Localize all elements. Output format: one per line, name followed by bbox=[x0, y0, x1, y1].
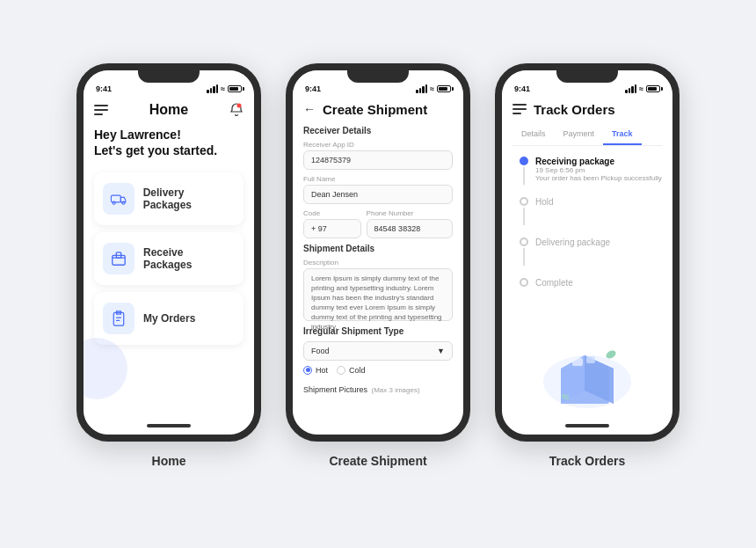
phone-shipment-container: 9:41 ≈ ← Create Shipment bbox=[286, 63, 470, 468]
track-content: Track Orders Details Payment Track bbox=[502, 97, 672, 288]
timeline-dot-empty-4 bbox=[520, 278, 528, 287]
my-orders-label: My Orders bbox=[143, 312, 195, 325]
timeline-title-3: Delivering package bbox=[535, 237, 662, 247]
code-field: Code + 97 bbox=[303, 209, 361, 244]
receive-packages-label: Receive Packages bbox=[143, 246, 235, 271]
radio-cold-label: Cold bbox=[349, 366, 366, 375]
phone-input[interactable]: 84548 38328 bbox=[367, 219, 453, 238]
radio-hot-circle bbox=[303, 366, 312, 375]
status-time-2: 9:41 bbox=[305, 84, 321, 93]
app-id-label: Receiver App ID bbox=[303, 141, 453, 149]
code-input[interactable]: + 97 bbox=[303, 219, 361, 238]
tab-track[interactable]: Track bbox=[603, 126, 642, 145]
greeting-line1: Hey Lawrence! bbox=[94, 127, 244, 142]
pictures-label: Shipment Pictures bbox=[303, 385, 367, 394]
home-header: Home bbox=[94, 97, 244, 127]
timeline-title-4: Complete bbox=[535, 278, 662, 288]
tab-details[interactable]: Details bbox=[512, 126, 555, 145]
back-arrow-icon[interactable]: ← bbox=[303, 102, 316, 116]
bell-icon[interactable] bbox=[229, 103, 244, 117]
hamburger-icon-3[interactable] bbox=[512, 104, 527, 114]
truck-icon bbox=[103, 183, 134, 215]
delivery-packages-label: Delivery Packages bbox=[143, 186, 235, 211]
status-icons: ≈ bbox=[207, 84, 242, 93]
shipment-title: Create Shipment bbox=[323, 102, 427, 117]
svg-point-2 bbox=[113, 201, 115, 204]
track-title: Track Orders bbox=[534, 102, 615, 117]
package-icon bbox=[103, 243, 134, 274]
timeline-title-1: Receiving package bbox=[535, 157, 662, 166]
radio-hot[interactable]: Hot bbox=[303, 366, 328, 375]
phone-track: 9:41 ≈ Track Orders bbox=[495, 63, 680, 442]
blob-decoration bbox=[543, 355, 631, 408]
shipment-phone-label: Create Shipment bbox=[329, 454, 426, 468]
radio-cold[interactable]: Cold bbox=[337, 366, 366, 375]
menu-item-orders[interactable]: My Orders bbox=[94, 292, 244, 345]
timeline-line-2 bbox=[523, 208, 525, 225]
track-screen-wrap: 9:41 ≈ Track Orders bbox=[502, 70, 672, 435]
hamburger-icon[interactable] bbox=[94, 105, 108, 115]
svg-rect-1 bbox=[111, 195, 120, 202]
status-icons-2: ≈ bbox=[416, 84, 451, 93]
shipment-content: ← Create Shipment Receiver Details Recei… bbox=[293, 97, 463, 435]
home-bar bbox=[147, 424, 191, 427]
phones-row: 9:41 ≈ bbox=[76, 63, 680, 468]
radio-row: Hot Cold bbox=[303, 366, 453, 375]
battery-icon bbox=[228, 85, 242, 92]
description-textarea[interactable]: Lorem Ipsum is simply dummy text of the … bbox=[303, 268, 453, 321]
signal-bars-icon-2 bbox=[416, 84, 427, 93]
status-icons-3: ≈ bbox=[625, 84, 660, 93]
wifi-icon: ≈ bbox=[221, 84, 225, 93]
timeline-dot-wrapper-2 bbox=[520, 197, 528, 225]
shipment-details-label: Shipment Details bbox=[303, 244, 453, 253]
greeting-line2: Let's get you started. bbox=[94, 142, 244, 158]
signal-bars-icon bbox=[207, 84, 218, 93]
pictures-row: Shipment Pictures (Max 3 images) bbox=[303, 380, 453, 396]
phone-track-container: 9:41 ≈ Track Orders bbox=[495, 63, 680, 468]
timeline-item-receiving: Receiving package 19 Sep 6:56 pm Your or… bbox=[520, 157, 662, 185]
wifi-icon-3: ≈ bbox=[639, 84, 643, 93]
track-home-bar bbox=[565, 424, 609, 427]
timeline-dot-wrapper-1 bbox=[520, 157, 528, 185]
timeline-item-hold: Hold bbox=[520, 197, 662, 225]
phone-field: Phone Number 84548 38328 bbox=[367, 209, 453, 244]
timeline-dot-empty-2 bbox=[520, 197, 528, 206]
dropdown-arrow-icon: ▼ bbox=[437, 347, 445, 355]
pictures-sub: (Max 3 images) bbox=[372, 386, 420, 394]
timeline-item-delivering: Delivering package bbox=[520, 237, 662, 266]
radio-hot-label: Hot bbox=[316, 366, 328, 375]
receiver-details-label: Receiver Details bbox=[303, 126, 453, 135]
type-value: Food bbox=[311, 347, 330, 355]
wifi-icon-2: ≈ bbox=[430, 84, 434, 93]
type-select[interactable]: Food ▼ bbox=[303, 341, 453, 361]
svg-rect-4 bbox=[113, 255, 125, 265]
battery-icon-2 bbox=[437, 85, 451, 92]
svg-point-3 bbox=[122, 201, 125, 204]
status-time: 9:41 bbox=[96, 84, 112, 93]
radio-cold-circle bbox=[337, 366, 345, 375]
status-time-3: 9:41 bbox=[514, 84, 530, 93]
phone-notch-2 bbox=[347, 70, 409, 83]
greeting: Hey Lawrence! Let's get you started. bbox=[94, 127, 244, 158]
code-label: Code bbox=[303, 209, 361, 217]
timeline-line-1 bbox=[523, 167, 525, 185]
phone-notch bbox=[138, 70, 200, 83]
timeline-dot-wrapper-3 bbox=[520, 237, 528, 266]
track-phone-label: Track Orders bbox=[549, 454, 625, 468]
home-title: Home bbox=[149, 102, 188, 118]
timeline-item-complete: Complete bbox=[520, 278, 662, 288]
code-phone-row: Code + 97 Phone Number 84548 38328 bbox=[303, 209, 453, 244]
app-id-input[interactable]: 124875379 bbox=[303, 150, 453, 170]
description-label: Description bbox=[303, 259, 453, 267]
menu-item-receive[interactable]: Receive Packages bbox=[94, 232, 244, 285]
shipment-screen-wrap: 9:41 ≈ ← Create Shipment bbox=[293, 70, 463, 435]
bubble-decoration bbox=[84, 338, 127, 399]
timeline-dot-wrapper-4 bbox=[520, 278, 528, 287]
battery-icon-3 bbox=[646, 85, 660, 92]
full-name-input[interactable]: Dean Jensen bbox=[303, 185, 453, 204]
signal-bars-icon-3 bbox=[625, 84, 636, 93]
tab-payment[interactable]: Payment bbox=[555, 126, 604, 145]
home-content: Home Hey Lawrence! Let's get you started… bbox=[84, 97, 254, 345]
timeline-dot-active-1 bbox=[520, 157, 528, 165]
menu-item-delivery[interactable]: Delivery Packages bbox=[94, 172, 244, 225]
